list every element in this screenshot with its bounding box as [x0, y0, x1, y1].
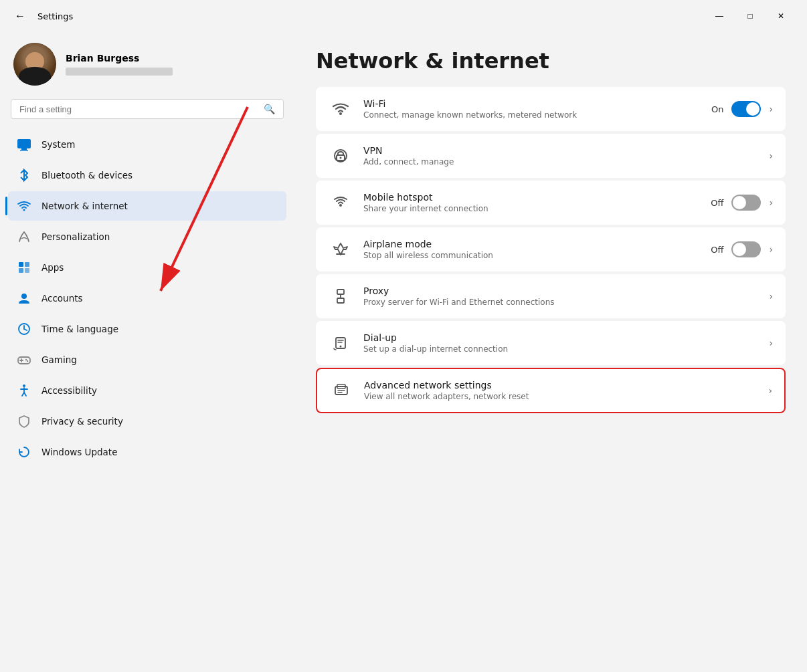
- wifi-icon: [329, 97, 353, 121]
- hotspot-toggle[interactable]: [731, 195, 761, 211]
- page-title: Network & internet: [316, 48, 786, 74]
- sidebar-item-accounts[interactable]: Accounts: [8, 284, 286, 313]
- wifi-chevron: ›: [769, 104, 773, 114]
- search-icon: 🔍: [264, 104, 275, 114]
- apps-icon: [16, 259, 32, 275]
- bluetooth-icon: [16, 167, 32, 183]
- minimize-button[interactable]: —: [704, 5, 735, 27]
- sidebar-item-apps[interactable]: Apps: [8, 253, 286, 282]
- svg-point-8: [21, 294, 27, 299]
- airplane-right: Off ›: [711, 241, 773, 257]
- sidebar-item-gaming[interactable]: Gaming: [8, 345, 286, 374]
- airplane-status: Off: [711, 245, 723, 255]
- airplane-title: Airplane mode: [363, 239, 700, 249]
- system-icon: [16, 136, 32, 152]
- svg-rect-5: [25, 262, 29, 267]
- sidebar-item-system[interactable]: System: [8, 130, 286, 159]
- advanced-icon: [329, 378, 353, 403]
- sidebar-item-network[interactable]: Network & internet: [8, 191, 286, 221]
- settings-item-airplane[interactable]: Airplane mode Stop all wireless communic…: [316, 227, 786, 271]
- vpn-desc: Add, connect, manage: [363, 157, 758, 166]
- svg-line-11: [24, 329, 27, 330]
- settings-window: ← Settings — □ ✕ Brian Burgess: [0, 0, 807, 672]
- vpn-right: ›: [769, 150, 773, 161]
- wifi-toggle[interactable]: [731, 101, 761, 117]
- settings-list: Wi-Fi Connect, manage known networks, me…: [316, 87, 786, 413]
- sidebar-item-label: System: [41, 139, 75, 150]
- close-button[interactable]: ✕: [766, 5, 796, 27]
- proxy-icon: [329, 284, 353, 308]
- advanced-text: Advanced network settings View all netwo…: [364, 380, 757, 401]
- wifi-desc: Connect, manage known networks, metered …: [363, 110, 701, 120]
- time-icon: [16, 321, 32, 337]
- svg-line-21: [24, 393, 26, 396]
- sidebar-item-time[interactable]: Time & language: [8, 314, 286, 344]
- dialup-text: Dial-up Set up a dial-up internet connec…: [363, 332, 758, 354]
- svg-rect-2: [20, 150, 28, 151]
- sidebar-item-label: Windows Update: [41, 447, 117, 457]
- proxy-right: ›: [769, 291, 773, 302]
- settings-item-hotspot[interactable]: Mobile hotspot Share your internet conne…: [316, 181, 786, 225]
- search-box[interactable]: 🔍: [11, 99, 284, 119]
- advanced-chevron: ›: [768, 385, 772, 396]
- sidebar-item-accessibility[interactable]: Accessibility: [8, 376, 286, 405]
- sidebar: Brian Burgess 🔍: [0, 32, 294, 672]
- airplane-icon: [329, 237, 353, 261]
- sidebar-item-label: Time & language: [41, 324, 118, 334]
- titlebar: ← Settings — □ ✕: [0, 0, 807, 32]
- settings-item-vpn[interactable]: VPN Add, connect, manage ›: [316, 134, 786, 178]
- sidebar-item-bluetooth[interactable]: Bluetooth & devices: [8, 160, 286, 190]
- proxy-text: Proxy Proxy server for Wi-Fi and Etherne…: [363, 286, 758, 307]
- advanced-desc: View all network adapters, network reset: [364, 392, 757, 401]
- network-icon: [16, 198, 32, 214]
- hotspot-desc: Share your internet connection: [363, 204, 700, 213]
- vpn-icon: [329, 144, 353, 168]
- hotspot-text: Mobile hotspot Share your internet conne…: [363, 192, 700, 213]
- wifi-right: On ›: [711, 101, 773, 117]
- dialup-icon: [329, 331, 353, 355]
- svg-rect-7: [25, 268, 29, 273]
- wifi-text: Wi-Fi Connect, manage known networks, me…: [363, 98, 701, 120]
- personalization-icon: [16, 229, 32, 245]
- user-name: Brian Burgess: [66, 53, 173, 64]
- sidebar-item-privacy[interactable]: Privacy & security: [8, 407, 286, 436]
- content-area: Brian Burgess 🔍: [0, 32, 807, 672]
- settings-item-dialup[interactable]: Dial-up Set up a dial-up internet connec…: [316, 321, 786, 365]
- dialup-chevron: ›: [769, 338, 773, 348]
- avatar-image: [13, 43, 56, 86]
- maximize-button[interactable]: □: [735, 5, 766, 27]
- airplane-chevron: ›: [769, 244, 773, 255]
- svg-rect-1: [21, 148, 27, 150]
- svg-rect-0: [17, 139, 31, 148]
- svg-rect-6: [19, 268, 23, 273]
- hotspot-status: Off: [711, 198, 723, 208]
- sidebar-item-update[interactable]: Windows Update: [8, 437, 286, 467]
- settings-item-advanced[interactable]: Advanced network settings View all netwo…: [316, 368, 786, 413]
- accessibility-icon: [16, 382, 32, 399]
- proxy-desc: Proxy server for Wi-Fi and Ethernet conn…: [363, 298, 758, 307]
- search-input[interactable]: [19, 104, 258, 114]
- gaming-icon: [16, 352, 32, 368]
- dialup-desc: Set up a dial-up internet connection: [363, 344, 758, 354]
- sidebar-item-label: Accounts: [41, 293, 83, 304]
- user-profile: Brian Burgess: [5, 32, 289, 99]
- airplane-text: Airplane mode Stop all wireless communic…: [363, 239, 700, 260]
- sidebar-item-label: Privacy & security: [41, 416, 123, 427]
- sidebar-item-personalization[interactable]: Personalization: [8, 222, 286, 251]
- vpn-title: VPN: [363, 145, 758, 156]
- accounts-icon: [16, 290, 32, 306]
- sidebar-item-label: Accessibility: [41, 385, 97, 396]
- back-button[interactable]: ←: [11, 7, 29, 25]
- user-subtitle: [66, 68, 173, 76]
- window-title: Settings: [37, 11, 704, 21]
- proxy-title: Proxy: [363, 286, 758, 296]
- airplane-toggle[interactable]: [731, 241, 761, 257]
- svg-point-3: [23, 209, 25, 211]
- settings-item-wifi[interactable]: Wi-Fi Connect, manage known networks, me…: [316, 87, 786, 131]
- user-info: Brian Burgess: [66, 53, 173, 76]
- advanced-title: Advanced network settings: [364, 380, 757, 390]
- settings-item-proxy[interactable]: Proxy Proxy server for Wi-Fi and Etherne…: [316, 274, 786, 318]
- svg-point-16: [27, 360, 28, 362]
- dialup-right: ›: [769, 338, 773, 348]
- avatar: [13, 43, 56, 86]
